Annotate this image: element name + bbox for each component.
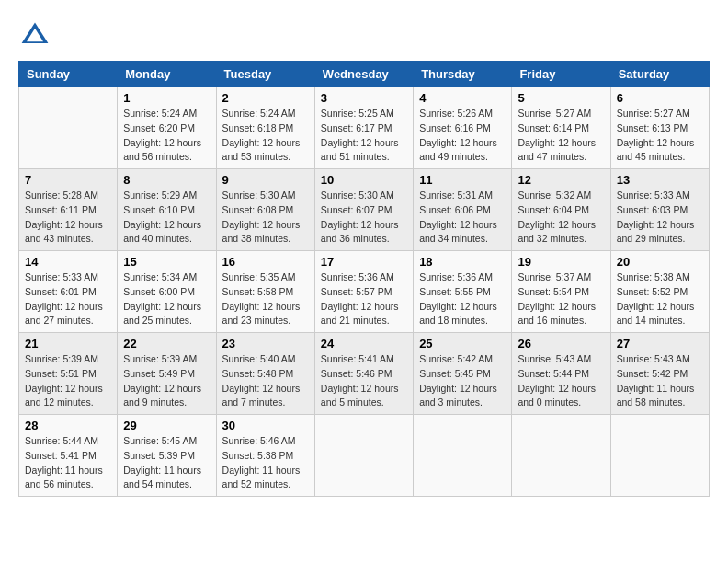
- calendar-cell: 6Sunrise: 5:27 AM Sunset: 6:13 PM Daylig…: [610, 87, 709, 169]
- day-info: Sunrise: 5:27 AM Sunset: 6:13 PM Dayligh…: [617, 107, 703, 165]
- header-day-monday: Monday: [118, 62, 216, 87]
- day-number: 21: [25, 337, 111, 350]
- day-number: 3: [321, 91, 407, 105]
- day-number: 6: [617, 91, 703, 105]
- day-info: Sunrise: 5:33 AM Sunset: 6:01 PM Dayligh…: [25, 270, 111, 328]
- day-number: 23: [222, 337, 309, 350]
- day-info: Sunrise: 5:39 AM Sunset: 5:51 PM Dayligh…: [25, 352, 111, 410]
- day-info: Sunrise: 5:32 AM Sunset: 6:04 PM Dayligh…: [518, 189, 604, 247]
- calendar-week-row: 1Sunrise: 5:24 AM Sunset: 6:20 PM Daylig…: [19, 87, 710, 169]
- header-day-thursday: Thursday: [414, 62, 512, 87]
- calendar-cell: [19, 87, 118, 169]
- day-number: 12: [518, 173, 604, 187]
- calendar-cell: 12Sunrise: 5:32 AM Sunset: 6:04 PM Dayli…: [512, 169, 610, 251]
- day-number: 28: [25, 419, 111, 432]
- page-header: [18, 18, 710, 52]
- day-info: Sunrise: 5:33 AM Sunset: 6:03 PM Dayligh…: [617, 189, 703, 247]
- calendar-week-row: 7Sunrise: 5:28 AM Sunset: 6:11 PM Daylig…: [19, 169, 710, 251]
- day-info: Sunrise: 5:30 AM Sunset: 6:08 PM Dayligh…: [222, 189, 309, 247]
- calendar-header-row: SundayMondayTuesdayWednesdayThursdayFrid…: [19, 62, 710, 87]
- calendar-cell: 18Sunrise: 5:36 AM Sunset: 5:55 PM Dayli…: [414, 251, 512, 333]
- day-info: Sunrise: 5:36 AM Sunset: 5:57 PM Dayligh…: [321, 270, 407, 328]
- calendar-cell: 29Sunrise: 5:45 AM Sunset: 5:39 PM Dayli…: [118, 415, 216, 497]
- day-number: 1: [123, 91, 210, 105]
- logo-icon: [18, 18, 51, 52]
- day-info: Sunrise: 5:45 AM Sunset: 5:39 PM Dayligh…: [123, 434, 210, 492]
- day-number: 4: [419, 91, 506, 105]
- calendar-cell: [512, 415, 610, 497]
- day-number: 13: [617, 173, 703, 187]
- day-info: Sunrise: 5:39 AM Sunset: 5:49 PM Dayligh…: [123, 352, 210, 410]
- day-info: Sunrise: 5:24 AM Sunset: 6:20 PM Dayligh…: [123, 107, 210, 165]
- day-number: 20: [617, 255, 703, 269]
- day-number: 30: [222, 419, 309, 432]
- day-number: 26: [518, 337, 604, 350]
- day-number: 24: [321, 337, 407, 350]
- calendar-cell: 23Sunrise: 5:40 AM Sunset: 5:48 PM Dayli…: [216, 333, 314, 415]
- day-info: Sunrise: 5:31 AM Sunset: 6:06 PM Dayligh…: [419, 189, 506, 247]
- day-number: 19: [518, 255, 604, 269]
- calendar-cell: 27Sunrise: 5:43 AM Sunset: 5:42 PM Dayli…: [610, 333, 709, 415]
- day-number: 27: [617, 337, 703, 350]
- day-number: 25: [419, 337, 506, 350]
- calendar-cell: 15Sunrise: 5:34 AM Sunset: 6:00 PM Dayli…: [118, 251, 216, 333]
- day-number: 14: [25, 255, 111, 269]
- day-info: Sunrise: 5:36 AM Sunset: 5:55 PM Dayligh…: [419, 270, 506, 328]
- day-info: Sunrise: 5:46 AM Sunset: 5:38 PM Dayligh…: [222, 434, 309, 492]
- calendar-cell: 1Sunrise: 5:24 AM Sunset: 6:20 PM Daylig…: [118, 87, 216, 169]
- calendar-cell: 20Sunrise: 5:38 AM Sunset: 5:52 PM Dayli…: [610, 251, 709, 333]
- day-info: Sunrise: 5:43 AM Sunset: 5:44 PM Dayligh…: [518, 352, 604, 410]
- calendar-cell: 16Sunrise: 5:35 AM Sunset: 5:58 PM Dayli…: [216, 251, 314, 333]
- day-info: Sunrise: 5:30 AM Sunset: 6:07 PM Dayligh…: [321, 189, 407, 247]
- day-info: Sunrise: 5:29 AM Sunset: 6:10 PM Dayligh…: [123, 189, 210, 247]
- calendar-cell: [610, 415, 709, 497]
- calendar-cell: 9Sunrise: 5:30 AM Sunset: 6:08 PM Daylig…: [216, 169, 314, 251]
- logo: [18, 18, 57, 52]
- day-number: 29: [123, 419, 210, 432]
- calendar-cell: 14Sunrise: 5:33 AM Sunset: 6:01 PM Dayli…: [19, 251, 118, 333]
- header-day-friday: Friday: [512, 62, 610, 87]
- day-info: Sunrise: 5:34 AM Sunset: 6:00 PM Dayligh…: [123, 270, 210, 328]
- calendar-cell: 19Sunrise: 5:37 AM Sunset: 5:54 PM Dayli…: [512, 251, 610, 333]
- day-info: Sunrise: 5:37 AM Sunset: 5:54 PM Dayligh…: [518, 270, 604, 328]
- calendar-cell: 5Sunrise: 5:27 AM Sunset: 6:14 PM Daylig…: [512, 87, 610, 169]
- day-number: 16: [222, 255, 309, 269]
- day-info: Sunrise: 5:44 AM Sunset: 5:41 PM Dayligh…: [25, 434, 111, 492]
- day-number: 7: [25, 173, 111, 187]
- day-info: Sunrise: 5:43 AM Sunset: 5:42 PM Dayligh…: [617, 352, 703, 410]
- day-info: Sunrise: 5:25 AM Sunset: 6:17 PM Dayligh…: [321, 107, 407, 165]
- day-number: 22: [123, 337, 210, 350]
- calendar-week-row: 21Sunrise: 5:39 AM Sunset: 5:51 PM Dayli…: [19, 333, 710, 415]
- calendar-cell: 21Sunrise: 5:39 AM Sunset: 5:51 PM Dayli…: [19, 333, 118, 415]
- calendar-cell: 25Sunrise: 5:42 AM Sunset: 5:45 PM Dayli…: [414, 333, 512, 415]
- calendar-cell: 26Sunrise: 5:43 AM Sunset: 5:44 PM Dayli…: [512, 333, 610, 415]
- calendar-cell: 17Sunrise: 5:36 AM Sunset: 5:57 PM Dayli…: [314, 251, 413, 333]
- calendar-cell: [314, 415, 413, 497]
- calendar-cell: 2Sunrise: 5:24 AM Sunset: 6:18 PM Daylig…: [216, 87, 314, 169]
- day-info: Sunrise: 5:28 AM Sunset: 6:11 PM Dayligh…: [25, 189, 111, 247]
- header-day-tuesday: Tuesday: [216, 62, 314, 87]
- day-number: 18: [419, 255, 506, 269]
- calendar-cell: 8Sunrise: 5:29 AM Sunset: 6:10 PM Daylig…: [118, 169, 216, 251]
- day-info: Sunrise: 5:42 AM Sunset: 5:45 PM Dayligh…: [419, 352, 506, 410]
- day-number: 17: [321, 255, 407, 269]
- calendar-week-row: 14Sunrise: 5:33 AM Sunset: 6:01 PM Dayli…: [19, 251, 710, 333]
- day-info: Sunrise: 5:41 AM Sunset: 5:46 PM Dayligh…: [321, 352, 407, 410]
- calendar-cell: 7Sunrise: 5:28 AM Sunset: 6:11 PM Daylig…: [19, 169, 118, 251]
- day-info: Sunrise: 5:35 AM Sunset: 5:58 PM Dayligh…: [222, 270, 309, 328]
- day-number: 8: [123, 173, 210, 187]
- calendar-cell: 11Sunrise: 5:31 AM Sunset: 6:06 PM Dayli…: [414, 169, 512, 251]
- header-day-sunday: Sunday: [19, 62, 118, 87]
- header-day-wednesday: Wednesday: [314, 62, 413, 87]
- day-info: Sunrise: 5:38 AM Sunset: 5:52 PM Dayligh…: [617, 270, 703, 328]
- calendar-cell: 10Sunrise: 5:30 AM Sunset: 6:07 PM Dayli…: [314, 169, 413, 251]
- calendar-week-row: 28Sunrise: 5:44 AM Sunset: 5:41 PM Dayli…: [19, 415, 710, 497]
- calendar-cell: 13Sunrise: 5:33 AM Sunset: 6:03 PM Dayli…: [610, 169, 709, 251]
- header-day-saturday: Saturday: [610, 62, 709, 87]
- day-info: Sunrise: 5:40 AM Sunset: 5:48 PM Dayligh…: [222, 352, 309, 410]
- calendar-cell: [414, 415, 512, 497]
- day-number: 11: [419, 173, 506, 187]
- day-info: Sunrise: 5:26 AM Sunset: 6:16 PM Dayligh…: [419, 107, 506, 165]
- calendar-cell: 3Sunrise: 5:25 AM Sunset: 6:17 PM Daylig…: [314, 87, 413, 169]
- calendar-cell: 22Sunrise: 5:39 AM Sunset: 5:49 PM Dayli…: [118, 333, 216, 415]
